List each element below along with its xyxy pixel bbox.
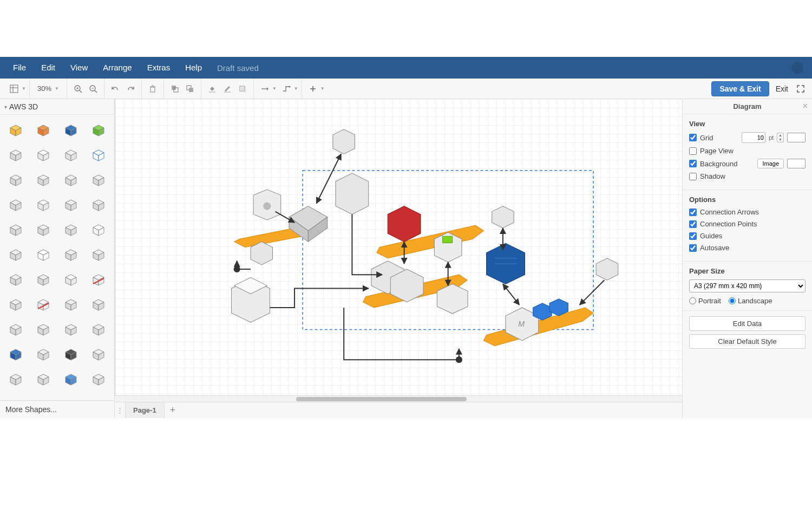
node-compute[interactable] <box>434 232 462 262</box>
horizontal-scrollbar[interactable] <box>115 395 682 402</box>
diagram-canvas[interactable]: M <box>115 99 682 395</box>
shape-box-22[interactable] <box>30 268 57 291</box>
shape-box-21[interactable] <box>2 268 30 291</box>
palette-header[interactable]: AWS 3D <box>0 99 114 115</box>
to-front-icon[interactable] <box>167 81 182 96</box>
panels-toggle-icon[interactable] <box>6 81 22 96</box>
edge-5[interactable] <box>270 288 368 307</box>
shape-flat-2[interactable] <box>30 143 57 167</box>
menu-extras[interactable]: Extras <box>140 57 178 79</box>
shape-box-37[interactable] <box>2 367 30 391</box>
shape-box-19[interactable] <box>57 243 85 266</box>
shape-box-11[interactable] <box>57 193 85 217</box>
add-page-button[interactable]: + <box>165 402 181 418</box>
grid-checkbox[interactable] <box>689 134 697 141</box>
pageview-checkbox[interactable] <box>689 147 697 155</box>
shape-box-31[interactable] <box>57 317 85 341</box>
grid-stepper[interactable]: ▲▼ <box>777 133 784 142</box>
waypoint-icon[interactable] <box>279 81 294 96</box>
shape-box-12[interactable] <box>84 193 112 217</box>
exit-button[interactable]: Exit <box>774 82 790 96</box>
waypoint-dot-2[interactable] <box>234 266 240 272</box>
shape-box-5[interactable] <box>2 168 30 192</box>
shape-small-3[interactable] <box>57 143 85 167</box>
undo-icon[interactable] <box>108 81 123 96</box>
shape-cube-blue2[interactable] <box>2 342 30 366</box>
shape-box-25[interactable] <box>2 292 30 316</box>
shape-box-red-26[interactable] <box>30 292 57 316</box>
shape-box-28[interactable] <box>84 292 112 316</box>
page-tab-1[interactable]: Page-1 <box>126 402 165 418</box>
close-panel-icon[interactable]: × <box>803 102 808 110</box>
save-exit-button[interactable]: Save & Exit <box>711 81 769 96</box>
background-image-button[interactable]: Image <box>757 159 784 168</box>
edge-3[interactable] <box>352 214 382 275</box>
shape-box-6[interactable] <box>30 168 57 192</box>
shape-box-1[interactable] <box>2 143 30 167</box>
shape-flat-10[interactable] <box>30 193 57 217</box>
menu-edit[interactable]: Edit <box>34 57 63 79</box>
scrollbar-thumb[interactable] <box>296 397 466 401</box>
conn-arrows-checkbox[interactable] <box>689 209 697 216</box>
landscape-radio[interactable] <box>729 297 736 304</box>
shape-box-32[interactable] <box>84 317 112 341</box>
grid-color-swatch[interactable] <box>787 133 806 142</box>
zoom-display[interactable]: 30% ▼ <box>33 84 63 93</box>
autosave-checkbox[interactable] <box>689 244 697 252</box>
shape-box-13[interactable] <box>2 218 30 242</box>
portrait-radio-label[interactable]: Portrait <box>689 297 721 305</box>
more-shapes-button[interactable]: More Shapes... <box>0 400 114 418</box>
node-gateway[interactable] <box>333 129 355 154</box>
line-color-icon[interactable] <box>220 81 235 96</box>
shape-box-17[interactable] <box>2 243 30 266</box>
portrait-radio[interactable] <box>689 297 696 304</box>
menu-help[interactable]: Help <box>178 57 209 79</box>
node-client-2[interactable] <box>596 258 618 281</box>
shape-box-40[interactable] <box>84 367 112 391</box>
to-back-icon[interactable] <box>182 81 198 96</box>
grid-size-input[interactable] <box>742 132 765 143</box>
menu-view[interactable]: View <box>63 57 95 79</box>
shape-box-30[interactable] <box>30 317 57 341</box>
fill-color-icon[interactable] <box>205 81 220 96</box>
menu-arrange[interactable]: Arrange <box>95 57 139 79</box>
insert-icon[interactable] <box>305 81 320 96</box>
node-client-1[interactable] <box>492 206 514 229</box>
shape-box-38[interactable] <box>30 367 57 391</box>
clear-style-button[interactable]: Clear Default Style <box>689 334 806 349</box>
delete-icon[interactable] <box>145 81 160 96</box>
shape-cube-green[interactable] <box>84 118 112 142</box>
shape-box-8[interactable] <box>84 168 112 192</box>
shape-env-16[interactable] <box>84 218 112 242</box>
shadow-toggle-icon[interactable] <box>235 81 250 96</box>
node-openbox[interactable] <box>232 277 270 322</box>
background-color-swatch[interactable] <box>787 159 806 168</box>
zoom-out-icon[interactable] <box>86 81 101 96</box>
edge-11[interactable] <box>344 308 459 360</box>
node-storage[interactable] <box>487 243 525 284</box>
conn-points-checkbox[interactable] <box>689 220 697 228</box>
shape-box-15[interactable] <box>57 218 85 242</box>
node-security[interactable] <box>253 190 281 220</box>
node-db[interactable] <box>336 173 369 214</box>
node-redshift[interactable] <box>388 206 421 242</box>
paper-size-select[interactable]: A3 (297 mm x 420 mm) <box>689 279 806 292</box>
shape-box-7[interactable] <box>57 168 85 192</box>
shape-box-9[interactable] <box>2 193 30 217</box>
shape-cube-orange[interactable] <box>30 118 57 142</box>
shape-doc-18[interactable] <box>30 243 57 266</box>
connection-icon[interactable] <box>257 81 272 96</box>
background-checkbox[interactable] <box>689 160 697 167</box>
shadow-checkbox[interactable] <box>689 173 697 180</box>
shape-box-29[interactable] <box>2 317 30 341</box>
shape-box-14[interactable] <box>30 218 57 242</box>
fullscreen-icon[interactable] <box>795 83 807 95</box>
shape-cube-yellow[interactable] <box>2 118 30 142</box>
edge-10[interactable] <box>580 280 605 305</box>
edit-data-button[interactable]: Edit Data <box>689 316 806 331</box>
shape-doc-blue[interactable] <box>84 143 112 167</box>
edge-9[interactable] <box>503 284 519 304</box>
shape-flat-23[interactable] <box>57 268 85 291</box>
shape-box-27[interactable] <box>57 292 85 316</box>
guides-checkbox[interactable] <box>689 232 697 240</box>
